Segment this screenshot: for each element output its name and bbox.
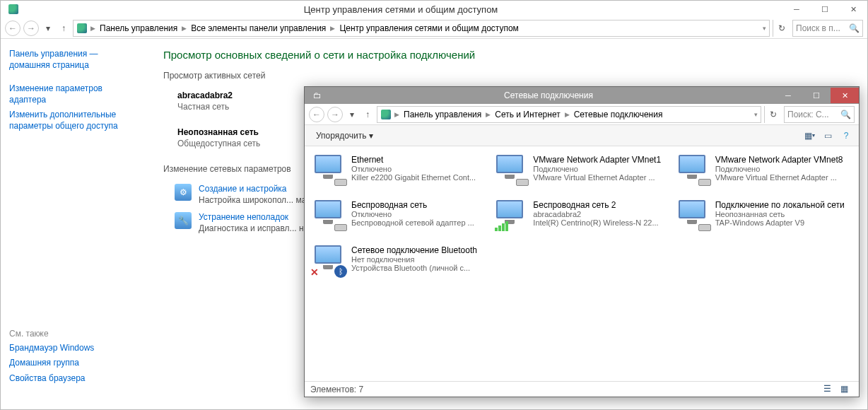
forward-button[interactable]: → — [327, 107, 343, 122]
conn-state: Неопознанная сеть — [715, 210, 850, 218]
help-button[interactable]: ? — [839, 129, 853, 143]
view-icons-button[interactable]: ▦▾ — [802, 129, 816, 143]
conn-name: Беспроводная сеть — [351, 200, 486, 210]
sidebar-home-link[interactable]: Панель управления — домашняя страница — [9, 49, 141, 71]
crumb-net-conns[interactable]: Сетевые подключения — [573, 110, 664, 119]
search-input[interactable]: Поиск в п... 🔍 — [792, 20, 863, 37]
sidebar-adapter-link[interactable]: Изменение параметров адаптера — [9, 83, 141, 105]
forward-button[interactable]: → — [23, 20, 39, 36]
conn-state: Нет подключения — [351, 255, 486, 264]
preview-pane-button[interactable]: ▭ — [821, 129, 835, 143]
chevron-right-icon: ▶ — [90, 25, 95, 32]
back-button[interactable]: ← — [309, 107, 324, 122]
main-window-buttons: ─ ☐ ✕ — [782, 1, 867, 17]
sidebar-sharing-link[interactable]: Изменить дополнительные параметры общего… — [9, 110, 141, 131]
up-dir-button[interactable]: ↑ — [57, 22, 70, 35]
search-placeholder: Поиск: С... — [787, 110, 829, 119]
wifi-icon — [495, 200, 527, 228]
conn-name: VMware Network Adapter VMnet8 — [715, 155, 850, 165]
ethernet-icon — [313, 155, 346, 183]
conn-vmnet8[interactable]: VMware Network Adapter VMnet8 Подключено… — [674, 152, 853, 194]
refresh-button[interactable]: ↻ — [764, 106, 781, 123]
conn-device: Устройства Bluetooth (личной с... — [351, 264, 486, 272]
chevron-right-icon: ▶ — [486, 111, 491, 118]
back-button[interactable]: ← — [5, 20, 20, 36]
status-bar: Элементов: 7 ☰ ▦ — [305, 381, 859, 397]
conn-name: Беспроводная сеть 2 — [533, 200, 668, 210]
details-view-icon[interactable]: ☰ — [823, 384, 836, 395]
conn-wifi2[interactable]: Беспроводная сеть 2 abracadabra2 Intel(R… — [492, 197, 671, 240]
sidebar-firewall-link[interactable]: Брандмауэр Windows — [9, 343, 141, 354]
conn-device: Беспроводной сетевой адаптер ... — [351, 218, 486, 227]
main-title: Центр управления сетями и общим доступом — [19, 4, 782, 15]
maximize-button[interactable]: ☐ — [811, 1, 839, 17]
conn-name: Ethernet — [351, 155, 486, 165]
search-placeholder: Поиск в п... — [796, 23, 840, 33]
network-icon — [380, 109, 392, 120]
dropdown-icon[interactable]: ▾ — [763, 25, 766, 32]
conn-ethernet[interactable]: Ethernet Отключено Killer e2200 Gigabit … — [310, 152, 489, 194]
up-button[interactable]: ▾ — [346, 108, 358, 121]
breadcrumb[interactable]: ▶ Панель управления ▶ Сеть и Интернет ▶ … — [377, 106, 761, 123]
conn-vmnet1[interactable]: VMware Network Adapter VMnet1 Подключено… — [492, 152, 671, 194]
folder-icon: 🗀 — [312, 90, 323, 101]
chevron-down-icon: ▾ — [369, 131, 373, 141]
see-also-header: См. также — [9, 329, 141, 339]
organize-label: Упорядочить — [316, 131, 366, 141]
crumb-control-panel[interactable]: Панель управления — [98, 23, 179, 33]
crumb-all-items[interactable]: Все элементы панели управления — [189, 23, 327, 33]
conn-name: Сетевое подключение Bluetooth — [351, 245, 486, 255]
conn-wifi1[interactable]: Беспроводная сеть Отключено Беспроводной… — [310, 197, 489, 240]
crumb-control-panel[interactable]: Панель управления — [402, 110, 483, 119]
conn-name: Подключение по локальной сети — [715, 200, 850, 210]
child-toolbar: Упорядочить ▾ ▦▾ ▭ ? — [305, 125, 859, 146]
main-titlebar: Центр управления сетями и общим доступом… — [1, 1, 867, 18]
conn-state: abracadabra2 — [533, 210, 668, 218]
conn-state: Подключено — [715, 165, 850, 173]
main-navbar: ← → ▾ ↑ ▶ Панель управления ▶ Все элемен… — [1, 18, 867, 39]
sidebar-homegroup-link[interactable]: Домашняя группа — [9, 358, 141, 369]
ethernet-icon — [677, 200, 710, 228]
close-button[interactable]: ✕ — [831, 88, 859, 103]
ethernet-icon — [495, 155, 527, 183]
sidebar-browser-link[interactable]: Свойства браузера — [9, 373, 141, 385]
breadcrumb[interactable]: ▶ Панель управления ▶ Все элементы панел… — [73, 20, 770, 37]
dropdown-icon[interactable]: ▾ — [754, 111, 758, 118]
status-text: Элементов: 7 — [310, 385, 363, 394]
conn-state: Отключено — [351, 165, 486, 173]
search-icon: 🔍 — [840, 110, 851, 119]
conn-device: VMware Virtual Ethernet Adapter ... — [715, 173, 850, 182]
refresh-button[interactable]: ↻ — [773, 20, 790, 37]
conn-lan[interactable]: Подключение по локальной сети Неопознанн… — [674, 197, 853, 240]
up-dir-button[interactable]: ↑ — [361, 108, 374, 121]
minimize-button[interactable]: ─ — [782, 1, 811, 17]
maximize-button[interactable]: ☐ — [802, 88, 831, 103]
chevron-right-icon: ▶ — [565, 111, 570, 118]
organize-button[interactable]: Упорядочить ▾ — [310, 129, 379, 143]
up-button[interactable]: ▾ — [42, 22, 54, 35]
close-button[interactable]: ✕ — [839, 1, 867, 17]
page-heading: Просмотр основных сведений о сети и наст… — [163, 49, 853, 61]
conn-state: Отключено — [351, 210, 486, 218]
conn-bluetooth[interactable]: ✕ᛒ Сетевое подключение Bluetooth Нет под… — [310, 242, 489, 285]
wifi-icon — [313, 200, 346, 228]
crumb-net-internet[interactable]: Сеть и Интернет — [493, 110, 561, 119]
app-icon — [8, 4, 19, 15]
chevron-right-icon: ▶ — [330, 25, 335, 32]
troubleshoot-icon: 🔧 — [175, 212, 192, 229]
icons-view-icon[interactable]: ▦ — [840, 384, 853, 395]
ethernet-icon — [677, 155, 710, 183]
sidebar: Панель управления — домашняя страница Из… — [1, 39, 149, 409]
bluetooth-icon: ✕ᛒ — [313, 245, 346, 274]
child-navbar: ← → ▾ ↑ ▶ Панель управления ▶ Сеть и Инт… — [305, 104, 859, 125]
search-input[interactable]: Поиск: С... 🔍 — [784, 106, 855, 123]
chevron-right-icon: ▶ — [182, 25, 187, 32]
crumb-network-center[interactable]: Центр управления сетями и общим доступом — [338, 23, 520, 33]
setup-icon: ⚙ — [175, 184, 192, 201]
conn-device: Killer e2200 Gigabit Ethernet Cont... — [351, 173, 486, 182]
conn-state: Подключено — [533, 165, 668, 173]
conn-device: Intel(R) Centrino(R) Wireless-N 22... — [533, 218, 668, 227]
chevron-right-icon: ▶ — [394, 111, 399, 118]
minimize-button[interactable]: ─ — [774, 88, 802, 103]
active-nets-header: Просмотр активных сетей — [163, 71, 853, 81]
